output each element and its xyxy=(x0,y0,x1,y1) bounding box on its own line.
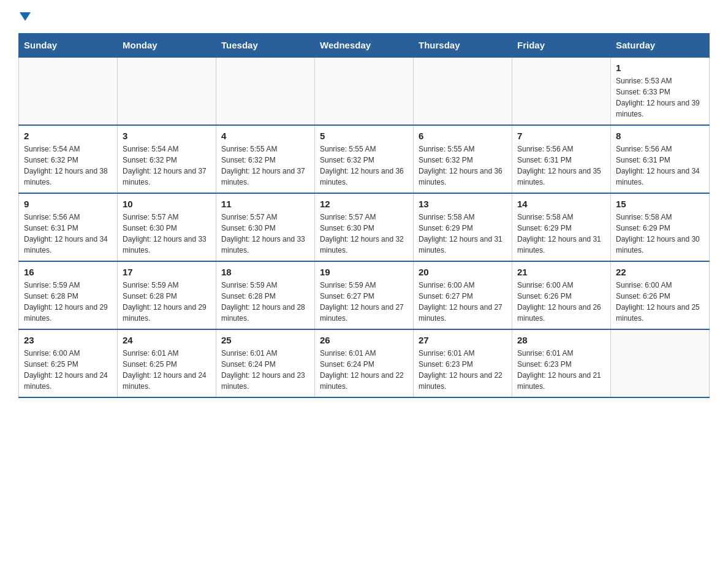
day-info: Sunrise: 5:59 AM Sunset: 6:28 PM Dayligh… xyxy=(24,280,112,324)
day-info: Sunrise: 5:54 AM Sunset: 6:32 PM Dayligh… xyxy=(24,144,112,188)
calendar-cell xyxy=(118,57,216,125)
calendar-cell: 1Sunrise: 5:53 AM Sunset: 6:33 PM Daylig… xyxy=(611,57,710,125)
calendar-cell: 25Sunrise: 6:01 AM Sunset: 6:24 PM Dayli… xyxy=(216,329,315,397)
day-info: Sunrise: 5:58 AM Sunset: 6:29 PM Dayligh… xyxy=(616,212,704,256)
calendar-table: SundayMondayTuesdayWednesdayThursdayFrid… xyxy=(18,33,710,398)
calendar-cell: 5Sunrise: 5:55 AM Sunset: 6:32 PM Daylig… xyxy=(315,125,414,193)
day-info: Sunrise: 6:01 AM Sunset: 6:23 PM Dayligh… xyxy=(419,348,507,392)
calendar-cell: 20Sunrise: 6:00 AM Sunset: 6:27 PM Dayli… xyxy=(414,261,512,329)
day-number: 8 xyxy=(616,131,704,141)
day-number: 19 xyxy=(320,267,408,277)
day-number: 25 xyxy=(221,335,309,345)
day-info: Sunrise: 5:55 AM Sunset: 6:32 PM Dayligh… xyxy=(320,144,408,188)
logo xyxy=(18,12,31,21)
day-info: Sunrise: 6:00 AM Sunset: 6:26 PM Dayligh… xyxy=(616,280,704,324)
day-number: 15 xyxy=(616,199,704,209)
day-number: 5 xyxy=(320,131,408,141)
calendar-week-row: 23Sunrise: 6:00 AM Sunset: 6:25 PM Dayli… xyxy=(19,329,710,397)
day-number: 4 xyxy=(221,131,309,141)
calendar-cell: 11Sunrise: 5:57 AM Sunset: 6:30 PM Dayli… xyxy=(216,193,315,261)
day-info: Sunrise: 5:58 AM Sunset: 6:29 PM Dayligh… xyxy=(517,212,605,256)
day-number: 22 xyxy=(616,267,704,277)
day-info: Sunrise: 6:01 AM Sunset: 6:24 PM Dayligh… xyxy=(320,348,408,392)
day-info: Sunrise: 5:57 AM Sunset: 6:30 PM Dayligh… xyxy=(221,212,309,256)
calendar-cell: 10Sunrise: 5:57 AM Sunset: 6:30 PM Dayli… xyxy=(118,193,216,261)
calendar-cell: 2Sunrise: 5:54 AM Sunset: 6:32 PM Daylig… xyxy=(19,125,118,193)
calendar-cell: 27Sunrise: 6:01 AM Sunset: 6:23 PM Dayli… xyxy=(414,329,512,397)
calendar-cell: 17Sunrise: 5:59 AM Sunset: 6:28 PM Dayli… xyxy=(118,261,216,329)
calendar-cell: 15Sunrise: 5:58 AM Sunset: 6:29 PM Dayli… xyxy=(611,193,710,261)
day-info: Sunrise: 6:01 AM Sunset: 6:24 PM Dayligh… xyxy=(221,348,309,392)
calendar-cell: 8Sunrise: 5:56 AM Sunset: 6:31 PM Daylig… xyxy=(611,125,710,193)
day-info: Sunrise: 5:55 AM Sunset: 6:32 PM Dayligh… xyxy=(419,144,507,188)
calendar-cell: 9Sunrise: 5:56 AM Sunset: 6:31 PM Daylig… xyxy=(19,193,118,261)
day-number: 27 xyxy=(419,335,507,345)
column-header-tuesday: Tuesday xyxy=(216,34,315,58)
calendar-cell: 6Sunrise: 5:55 AM Sunset: 6:32 PM Daylig… xyxy=(414,125,512,193)
calendar-cell: 18Sunrise: 5:59 AM Sunset: 6:28 PM Dayli… xyxy=(216,261,315,329)
day-info: Sunrise: 5:59 AM Sunset: 6:28 PM Dayligh… xyxy=(123,280,211,324)
day-info: Sunrise: 5:58 AM Sunset: 6:29 PM Dayligh… xyxy=(419,212,507,256)
day-info: Sunrise: 5:56 AM Sunset: 6:31 PM Dayligh… xyxy=(616,144,704,188)
calendar-cell xyxy=(315,57,414,125)
day-number: 17 xyxy=(123,267,211,277)
calendar-cell: 28Sunrise: 6:01 AM Sunset: 6:23 PM Dayli… xyxy=(512,329,611,397)
column-header-friday: Friday xyxy=(512,34,611,58)
day-number: 20 xyxy=(419,267,507,277)
day-number: 13 xyxy=(419,199,507,209)
calendar-week-row: 1Sunrise: 5:53 AM Sunset: 6:33 PM Daylig… xyxy=(19,57,710,125)
day-number: 28 xyxy=(517,335,605,345)
day-number: 3 xyxy=(123,131,211,141)
day-info: Sunrise: 6:01 AM Sunset: 6:25 PM Dayligh… xyxy=(123,348,211,392)
calendar-cell xyxy=(611,329,710,397)
calendar-cell: 26Sunrise: 6:01 AM Sunset: 6:24 PM Dayli… xyxy=(315,329,414,397)
calendar-cell: 12Sunrise: 5:57 AM Sunset: 6:30 PM Dayli… xyxy=(315,193,414,261)
calendar-cell xyxy=(216,57,315,125)
day-number: 16 xyxy=(24,267,112,277)
day-number: 23 xyxy=(24,335,112,345)
calendar-week-row: 9Sunrise: 5:56 AM Sunset: 6:31 PM Daylig… xyxy=(19,193,710,261)
day-info: Sunrise: 5:57 AM Sunset: 6:30 PM Dayligh… xyxy=(123,212,211,256)
day-info: Sunrise: 6:00 AM Sunset: 6:25 PM Dayligh… xyxy=(24,348,112,392)
logo-triangle-icon xyxy=(20,12,31,21)
day-number: 26 xyxy=(320,335,408,345)
day-number: 6 xyxy=(419,131,507,141)
calendar-cell: 7Sunrise: 5:56 AM Sunset: 6:31 PM Daylig… xyxy=(512,125,611,193)
day-number: 9 xyxy=(24,199,112,209)
calendar-cell: 13Sunrise: 5:58 AM Sunset: 6:29 PM Dayli… xyxy=(414,193,512,261)
calendar-cell xyxy=(19,57,118,125)
day-number: 14 xyxy=(517,199,605,209)
calendar-cell: 24Sunrise: 6:01 AM Sunset: 6:25 PM Dayli… xyxy=(118,329,216,397)
column-header-saturday: Saturday xyxy=(611,34,710,58)
day-number: 12 xyxy=(320,199,408,209)
calendar-cell xyxy=(512,57,611,125)
day-info: Sunrise: 5:59 AM Sunset: 6:28 PM Dayligh… xyxy=(221,280,309,324)
day-number: 10 xyxy=(123,199,211,209)
day-number: 24 xyxy=(123,335,211,345)
calendar-week-row: 2Sunrise: 5:54 AM Sunset: 6:32 PM Daylig… xyxy=(19,125,710,193)
calendar-cell: 3Sunrise: 5:54 AM Sunset: 6:32 PM Daylig… xyxy=(118,125,216,193)
column-header-monday: Monday xyxy=(118,34,216,58)
day-info: Sunrise: 5:56 AM Sunset: 6:31 PM Dayligh… xyxy=(24,212,112,256)
calendar-cell: 22Sunrise: 6:00 AM Sunset: 6:26 PM Dayli… xyxy=(611,261,710,329)
day-info: Sunrise: 5:54 AM Sunset: 6:32 PM Dayligh… xyxy=(123,144,211,188)
day-number: 11 xyxy=(221,199,309,209)
day-number: 2 xyxy=(24,131,112,141)
day-number: 7 xyxy=(517,131,605,141)
day-number: 1 xyxy=(616,63,704,73)
page-header xyxy=(18,12,710,21)
day-number: 18 xyxy=(221,267,309,277)
day-info: Sunrise: 5:53 AM Sunset: 6:33 PM Dayligh… xyxy=(616,75,704,120)
day-info: Sunrise: 6:01 AM Sunset: 6:23 PM Dayligh… xyxy=(517,348,605,392)
svg-marker-0 xyxy=(20,12,31,21)
calendar-cell: 16Sunrise: 5:59 AM Sunset: 6:28 PM Dayli… xyxy=(19,261,118,329)
calendar-cell: 4Sunrise: 5:55 AM Sunset: 6:32 PM Daylig… xyxy=(216,125,315,193)
calendar-cell: 21Sunrise: 6:00 AM Sunset: 6:26 PM Dayli… xyxy=(512,261,611,329)
day-number: 21 xyxy=(517,267,605,277)
day-info: Sunrise: 5:57 AM Sunset: 6:30 PM Dayligh… xyxy=(320,212,408,256)
day-info: Sunrise: 5:59 AM Sunset: 6:27 PM Dayligh… xyxy=(320,280,408,324)
column-header-sunday: Sunday xyxy=(19,34,118,58)
calendar-cell xyxy=(414,57,512,125)
day-info: Sunrise: 5:55 AM Sunset: 6:32 PM Dayligh… xyxy=(221,144,309,188)
day-info: Sunrise: 6:00 AM Sunset: 6:26 PM Dayligh… xyxy=(517,280,605,324)
